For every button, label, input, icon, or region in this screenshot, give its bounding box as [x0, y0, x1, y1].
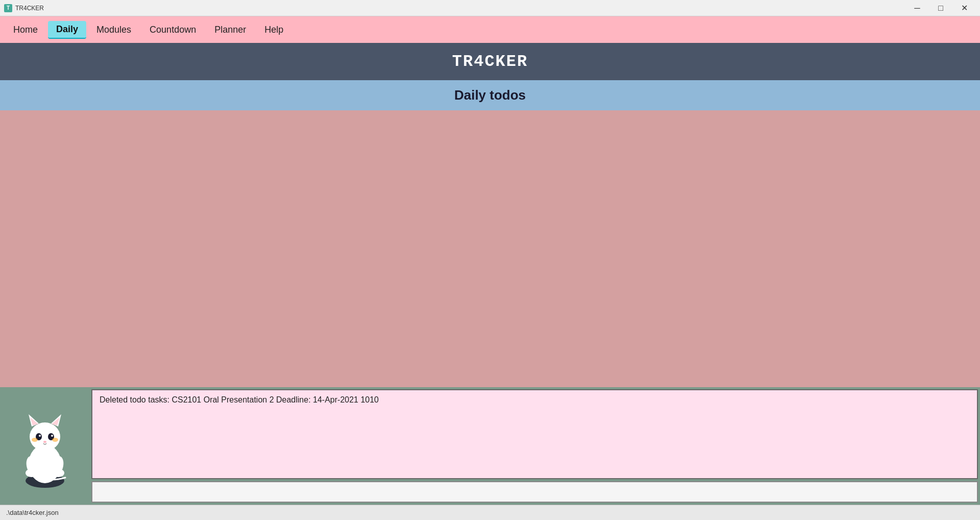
log-output: Deleted todo tasks: CS2101 Oral Presenta… [91, 389, 978, 479]
log-input[interactable] [91, 481, 978, 503]
title-bar-text: TR4CKER [15, 5, 44, 12]
nav-help[interactable]: Help [256, 21, 291, 38]
title-bar-left: T TR4CKER [4, 4, 44, 12]
nav-modules[interactable]: Modules [88, 21, 139, 38]
title-bar: T TR4CKER ─ □ ✕ [0, 0, 980, 16]
svg-point-10 [51, 435, 53, 437]
status-path: .\data\tr4cker.json [6, 509, 59, 516]
section-title: Daily todos [0, 80, 980, 110]
cat-mascot [9, 400, 81, 492]
svg-point-17 [52, 469, 64, 477]
log-message: Deleted todo tasks: CS2101 Oral Presenta… [100, 395, 379, 404]
app-title: TR4CKER [0, 43, 980, 80]
svg-point-12 [52, 438, 58, 442]
app-icon: T [4, 4, 12, 12]
svg-point-11 [32, 438, 38, 442]
svg-point-9 [39, 435, 41, 437]
close-button[interactable]: ✕ [952, 0, 976, 16]
log-console: Deleted todo tasks: CS2101 Oral Presenta… [89, 387, 980, 505]
title-bar-controls: ─ □ ✕ [905, 0, 976, 16]
mascot-area [0, 387, 89, 505]
svg-point-13 [43, 441, 46, 443]
maximize-button[interactable]: □ [929, 0, 952, 16]
nav-planner[interactable]: Planner [206, 21, 254, 38]
bottom-section: Deleted todo tasks: CS2101 Oral Presenta… [0, 387, 980, 505]
menu-bar: Home Daily Modules Countdown Planner Hel… [0, 16, 980, 43]
status-bar: .\data\tr4cker.json [0, 505, 980, 520]
svg-point-16 [26, 469, 38, 477]
nav-home[interactable]: Home [5, 21, 46, 38]
main-content-area [0, 110, 980, 387]
minimize-button[interactable]: ─ [905, 0, 929, 16]
nav-countdown[interactable]: Countdown [141, 21, 204, 38]
svg-point-2 [30, 422, 60, 451]
nav-daily[interactable]: Daily [48, 21, 86, 39]
